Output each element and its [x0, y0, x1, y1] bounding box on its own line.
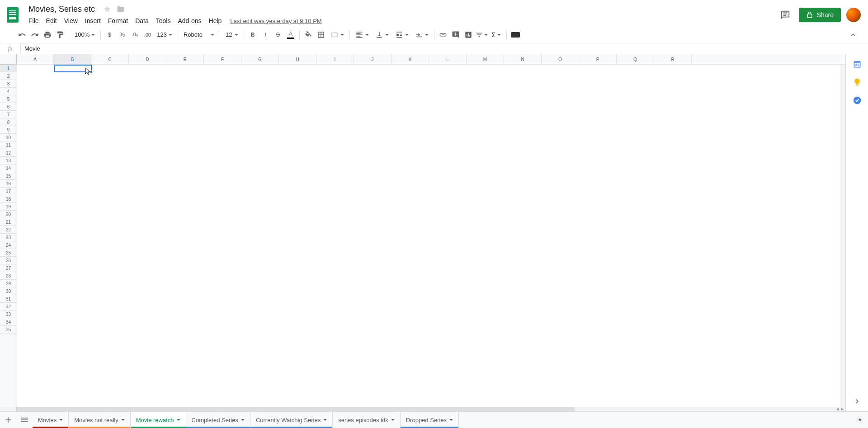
column-header-a[interactable]: A [17, 54, 54, 64]
row-header-17[interactable]: 17 [0, 188, 17, 195]
row-header-7[interactable]: 7 [0, 111, 17, 118]
row-header-19[interactable]: 19 [0, 203, 17, 211]
chevron-down-icon[interactable] [241, 419, 245, 423]
row-header-6[interactable]: 6 [0, 103, 17, 111]
row-header-35[interactable]: 35 [0, 326, 17, 334]
row-header-8[interactable]: 8 [0, 118, 17, 126]
scroll-right-icon[interactable]: ► [840, 407, 844, 411]
keep-icon[interactable] [853, 78, 862, 87]
column-header-h[interactable]: H [279, 54, 316, 64]
last-edit-link[interactable]: Last edit was yesterday at 9:10 PM [230, 18, 321, 24]
select-all-corner[interactable] [0, 54, 17, 65]
row-header-1[interactable]: 1 [0, 65, 17, 72]
row-header-18[interactable]: 18 [0, 195, 17, 203]
menu-help[interactable]: Help [206, 15, 225, 26]
sheet-tab-completed-series[interactable]: Completed Series [186, 412, 250, 428]
currency-button[interactable]: $ [104, 29, 115, 41]
input-tools-button[interactable] [509, 29, 521, 41]
sheet-tab-movies[interactable]: Movies [33, 412, 69, 428]
percent-button[interactable]: % [116, 29, 128, 41]
horizontal-scrollbar[interactable]: ◄ ► [0, 407, 845, 411]
row-header-29[interactable]: 29 [0, 280, 17, 287]
chevron-down-icon[interactable] [449, 419, 453, 423]
column-header-e[interactable]: E [166, 54, 204, 64]
functions-button[interactable]: Σ [489, 29, 504, 41]
row-header-21[interactable]: 21 [0, 218, 17, 226]
insert-link-button[interactable] [437, 29, 449, 41]
chevron-down-icon[interactable] [391, 419, 395, 423]
increase-decimal-button[interactable]: .00 [142, 29, 153, 41]
row-header-30[interactable]: 30 [0, 287, 17, 295]
insert-chart-button[interactable] [462, 29, 474, 41]
row-header-15[interactable]: 15 [0, 172, 17, 180]
italic-button[interactable]: I [259, 29, 271, 41]
sheet-tab-movie-rewatch[interactable]: Movie rewatch [131, 412, 186, 428]
menu-format[interactable]: Format [105, 15, 131, 26]
column-header-o[interactable]: O [542, 54, 579, 64]
fx-label[interactable]: fx [0, 43, 21, 54]
menu-addons[interactable]: Add-ons [175, 15, 204, 26]
collapse-toolbar-button[interactable] [847, 29, 859, 41]
chevron-down-icon[interactable] [121, 419, 125, 423]
strikethrough-button[interactable]: S [272, 29, 284, 41]
column-header-j[interactable]: J [354, 54, 392, 64]
vertical-align-button[interactable] [373, 29, 392, 41]
row-header-4[interactable]: 4 [0, 88, 17, 95]
tasks-icon[interactable] [853, 96, 862, 105]
star-icon[interactable] [103, 5, 112, 14]
formula-input[interactable]: Movie [21, 44, 868, 53]
borders-button[interactable] [315, 29, 327, 41]
row-header-14[interactable]: 14 [0, 165, 17, 172]
fill-color-button[interactable] [302, 29, 314, 41]
chevron-down-icon[interactable] [323, 419, 327, 423]
column-header-m[interactable]: M [467, 54, 504, 64]
sheet-tab-series-episodes-idk[interactable]: series episodes idk [333, 412, 401, 428]
insert-comment-button[interactable] [450, 29, 462, 41]
row-header-12[interactable]: 12 [0, 149, 17, 157]
row-header-2[interactable]: 2 [0, 72, 17, 80]
paint-format-button[interactable] [54, 29, 66, 41]
row-header-32[interactable]: 32 [0, 303, 17, 310]
text-rotation-button[interactable] [412, 29, 431, 41]
column-header-n[interactable]: N [504, 54, 542, 64]
text-wrap-button[interactable] [392, 29, 411, 41]
row-header-23[interactable]: 23 [0, 234, 17, 241]
column-header-f[interactable]: F [204, 54, 241, 64]
row-header-16[interactable]: 16 [0, 180, 17, 188]
row-header-33[interactable]: 33 [0, 310, 17, 318]
row-header-10[interactable]: 10 [0, 134, 17, 141]
chevron-down-icon[interactable] [59, 419, 63, 423]
menu-data[interactable]: Data [132, 15, 152, 26]
more-formats-select[interactable]: 123 [154, 29, 175, 41]
comments-button[interactable] [777, 7, 793, 23]
row-header-9[interactable]: 9 [0, 126, 17, 134]
column-header-c[interactable]: C [91, 54, 129, 64]
text-color-button[interactable]: A [285, 29, 297, 41]
share-button[interactable]: Share [799, 8, 841, 22]
chevron-down-icon[interactable] [177, 419, 180, 423]
menu-tools[interactable]: Tools [153, 15, 174, 26]
undo-button[interactable] [16, 29, 28, 41]
column-header-d[interactable]: D [129, 54, 166, 64]
menu-view[interactable]: View [61, 15, 81, 26]
column-header-l[interactable]: L [429, 54, 467, 64]
row-header-24[interactable]: 24 [0, 241, 17, 249]
zoom-select[interactable]: 100% [72, 29, 98, 41]
show-side-panel-button[interactable] [853, 397, 862, 406]
column-header-p[interactable]: P [579, 54, 617, 64]
row-header-25[interactable]: 25 [0, 249, 17, 257]
sheet-tab-dropped-series[interactable]: Dropped Series [401, 412, 459, 428]
column-header-r[interactable]: R [654, 54, 692, 64]
add-sheet-button[interactable] [0, 412, 16, 428]
row-header-31[interactable]: 31 [0, 295, 17, 303]
row-header-28[interactable]: 28 [0, 272, 17, 280]
row-header-27[interactable]: 27 [0, 264, 17, 272]
fill-handle[interactable] [90, 71, 93, 73]
menu-insert[interactable]: Insert [82, 15, 104, 26]
menu-file[interactable]: File [25, 15, 42, 26]
row-header-13[interactable]: 13 [0, 157, 17, 165]
row-header-3[interactable]: 3 [0, 80, 17, 88]
column-header-i[interactable]: I [316, 54, 354, 64]
cells-grid[interactable] [17, 65, 840, 407]
document-title[interactable]: Movies, Series etc [25, 4, 98, 15]
